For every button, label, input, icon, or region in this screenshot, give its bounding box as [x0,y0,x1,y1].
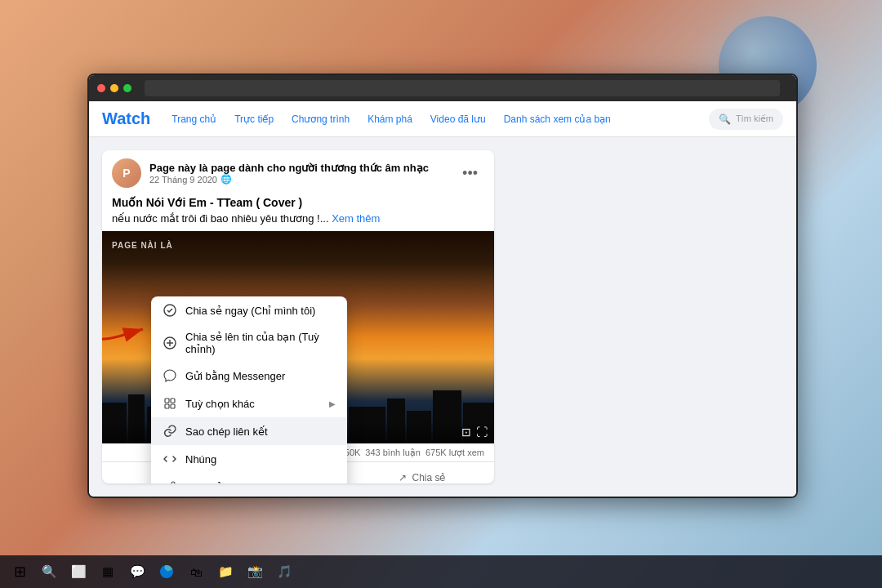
post-header: P Page này là page dành cho người thương… [102,150,494,196]
main-content: P Page này là page dành cho người thương… [89,137,796,497]
share-via-chevron-icon: ▶ [329,483,336,484]
embed-label: Nhúng [185,453,216,466]
svg-point-23 [172,482,175,483]
globe-icon: 🌐 [220,174,232,185]
instagram-button[interactable]: 📸 [242,559,268,585]
grid-icon [163,396,177,411]
menu-item-other-options[interactable]: Tuỳ chọn khác ▶ [151,390,347,417]
search-icon: 🔍 [719,114,731,125]
nav-trang-chu[interactable]: Trang chủ [163,109,225,130]
post-description: nếu nước mắt trôi đi bao nhiêu yêu thươn… [102,212,494,231]
video-player[interactable]: PAGE NÀI LÀ Chia sẻ ngay (Chỉ mình tôi) [102,231,494,443]
maximize-button[interactable] [123,84,131,92]
nav-danh-sach-xem[interactable]: Danh sách xem của bạn [496,109,619,130]
store-button[interactable]: 🛍 [183,559,209,585]
svg-rect-19 [165,399,169,403]
menu-item-share-via[interactable]: Chia sẻ qua... ▶ [151,473,347,483]
edge-browser-button[interactable] [154,559,180,585]
search-placeholder: Tìm kiếm [736,114,773,124]
search-box[interactable]: 🔍 Tìm kiếm [709,109,783,130]
nav-video-da-luu[interactable]: Video đã lưu [422,109,494,130]
share-story-icon [163,336,177,350]
share-label: Chia sẻ [412,472,445,483]
post-card: P Page này là page dành cho người thương… [102,150,494,483]
page-name: Page này là page dành cho người thương t… [149,162,448,174]
tiktok-button[interactable]: 🎵 [271,559,297,585]
see-more-link[interactable]: Xem thêm [332,212,380,225]
menu-item-share-story[interactable]: Chia sẻ lên tin của bạn (Tuỳ chỉnh) [151,324,347,362]
embed-icon [163,452,177,466]
address-bar[interactable] [145,80,780,96]
fullscreen-icon[interactable]: ⛶ [476,425,488,439]
browser-window: Watch Trang chủ Trực tiếp Chương trình K… [87,74,798,498]
share-context-menu: Chia sẻ ngay (Chỉ mình tôi) Chia sẻ lên … [151,296,347,483]
comment-count: 343 bình luận [365,448,421,458]
video-watermark: PAGE NÀI LÀ [112,241,173,250]
svg-rect-21 [165,404,169,408]
file-explorer-button[interactable]: 📁 [212,559,238,585]
copy-link-label: Sao chép liên kết [185,425,268,438]
post-date: 22 Tháng 9 2020 🌐 [149,174,448,185]
menu-item-messenger[interactable]: Gửi bằng Messenger [151,362,347,390]
nav-items: Trang chủ Trực tiếp Chương trình Khám ph… [163,109,709,130]
task-view-button[interactable]: ⬜ [65,559,91,585]
menu-item-embed[interactable]: Nhúng [151,445,347,473]
watch-brand: Watch [102,109,150,128]
post-meta: Page này là page dành cho người thương t… [149,162,448,185]
share-via-label: Chia sẻ qua... [185,481,252,484]
nav-truc-tiep[interactable]: Trực tiếp [226,109,282,130]
browser-chrome [89,75,796,101]
taskbar: ⊞ 🔍 ⬜ ▦ 💬 🛍 📁 📸 🎵 [0,555,882,588]
facebook-nav: Watch Trang chủ Trực tiếp Chương trình K… [89,101,796,137]
nav-kham-pha[interactable]: Khám phá [359,109,421,130]
menu-item-share-now[interactable]: Chia sẻ ngay (Chỉ mình tôi) [151,296,347,324]
avatar: P [112,158,141,188]
pip-icon[interactable]: ⊡ [461,425,471,439]
share-icon: ↗ [399,472,407,483]
chevron-right-icon: ▶ [329,399,336,408]
other-options-label: Tuỳ chọn khác [185,398,255,410]
more-options-button[interactable]: ••• [456,162,484,185]
nav-chuong-trinh[interactable]: Chương trình [283,109,358,130]
facebook-watch-container: Watch Trang chủ Trực tiếp Chương trình K… [89,101,796,497]
share-now-icon [163,303,177,318]
search-taskbar-button[interactable]: 🔍 [36,559,62,585]
menu-item-copy-link[interactable]: Sao chép liên kết [151,417,347,445]
link-icon [163,424,177,439]
windows-start-button[interactable]: ⊞ [7,559,33,585]
svg-rect-22 [171,404,175,408]
share-via-icon [163,479,177,483]
post-title: Muốn Nói Với Em - TTeam ( Cover ) [102,196,494,212]
minimize-button[interactable] [110,84,118,92]
view-count: 675K lượt xem [425,448,484,458]
chat-button[interactable]: 💬 [124,559,150,585]
close-button[interactable] [97,84,105,92]
share-story-label: Chia sẻ lên tin của bạn (Tuỳ chỉnh) [185,331,336,355]
share-now-label: Chia sẻ ngay (Chỉ mình tôi) [185,305,315,317]
widgets-button[interactable]: ▦ [95,559,121,585]
red-arrow-indicator [102,311,151,347]
share-button[interactable]: ↗ Chia sẻ [360,467,484,483]
messenger-label: Gửi bằng Messenger [185,370,285,382]
messenger-icon [163,368,177,383]
svg-rect-20 [171,399,175,403]
